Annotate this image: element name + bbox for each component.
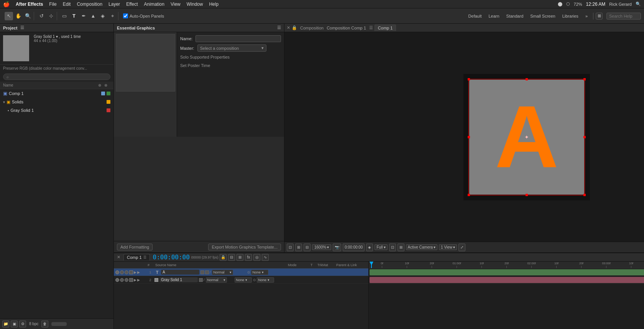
layer2-switch-btn[interactable] [199,278,203,282]
comp-transparency-btn[interactable]: ◈ [366,244,373,251]
workspace-default[interactable]: Default [465,13,485,19]
search-help-input[interactable] [606,13,641,20]
handle-tc[interactable] [526,78,528,80]
layer2-expand-btn[interactable]: ▶ [134,278,136,282]
brush-tool[interactable]: ▲ [89,12,97,20]
handle-bc[interactable] [526,194,528,196]
timeline-tab-menu[interactable]: ☰ [143,255,146,259]
comp-panel-close-icon[interactable]: ✕ [287,25,290,30]
comp-panel-lock-icon[interactable]: 🔒 [292,25,297,30]
comp-always-preview-btn[interactable]: ⊡ [287,244,294,251]
auto-open-checkbox[interactable] [123,13,128,18]
layer1-switch2-btn[interactable] [205,270,209,274]
handle-mr[interactable] [583,136,586,138]
layer1-switch-btn[interactable] [200,270,204,274]
menu-view[interactable]: View [171,2,181,7]
workspace-libraries[interactable]: Libraries [559,13,582,19]
text-tool[interactable]: T [70,12,78,20]
layer2-trkmat-select[interactable]: None ▾ [235,277,252,283]
project-delete-btn[interactable]: 🗑 [41,321,48,327]
layer1-lock-btn[interactable] [129,270,133,274]
comp-views-select[interactable]: 1 View ▾ [439,244,457,250]
eg-menu-icon[interactable]: ☰ [277,25,281,30]
eg-export-btn[interactable]: Export Motion Graphics Template... [208,244,281,250]
project-new-comp-btn[interactable]: ▣ [11,321,18,327]
puppet-pin-tool[interactable]: ⌖ [108,12,117,20]
layer2-parent-select[interactable]: None ▾ [257,277,274,283]
comp-snapshot-btn[interactable]: 📷 [333,244,341,251]
comp-pixel-aspect-btn[interactable]: ⊞ [295,244,302,251]
comp-safe-zones-btn[interactable]: ⊟ [304,244,310,251]
eg-set-poster-btn[interactable]: Set Poster Time [180,63,210,68]
menu-edit[interactable]: Edit [63,2,71,7]
comp-tab-comp1[interactable]: Comp 1 [375,25,396,31]
search-icon[interactable]: 🔍 [636,2,641,7]
layer2-eye-btn[interactable] [115,278,119,282]
comp-zoom-display[interactable]: 1600% ▾ [312,244,331,250]
project-search-bar[interactable]: ⌕ [3,74,110,80]
project-panel-menu-icon[interactable]: ☰ [20,25,24,30]
comp-viewport[interactable]: A [284,32,644,242]
layer1-solo-btn[interactable] [125,270,128,274]
zoom-tool[interactable]: 🔍 [24,12,32,20]
rect-mask-tool[interactable]: ▭ [60,12,69,20]
layer1-expand2-btn[interactable]: ▶ [137,270,140,274]
layer2-lock-btn[interactable] [129,278,133,282]
project-item-gray-solid[interactable]: ▪ Gray Solid 1 [0,106,113,115]
tl-motion-blur-btn[interactable]: ◎ [253,254,260,261]
selection-tool[interactable]: ↖ [5,12,13,20]
timeline-layer-1[interactable]: ▶ ▶ 1 T A / Normal [114,268,368,276]
menu-animation[interactable]: Animation [144,2,164,7]
layer2-name[interactable]: Gray Solid 1 [159,277,198,282]
layer1-eye-btn[interactable] [115,270,119,274]
workspace-standard[interactable]: Standard [503,13,527,19]
workspace-learn[interactable]: Learn [485,13,502,19]
timeline-close-icon[interactable]: ✕ [117,255,120,260]
layer1-expand-btn[interactable]: ▶ [134,270,136,274]
eg-add-formatting-btn[interactable]: Add Formatting [117,244,153,250]
layer1-parent-select[interactable]: None ▾ [251,270,268,275]
workspace-options-btn[interactable]: ⊞ [596,13,603,20]
project-settings-btn[interactable]: ⚙ [19,321,26,327]
layer2-solo-btn[interactable] [125,278,128,282]
project-item-solids-folder[interactable]: ▾ ▣ Solids [0,98,113,106]
timeline-timecode[interactable]: 0:00:00:00 [153,254,190,261]
menu-help[interactable]: Help [209,2,219,7]
layer2-audio-btn[interactable] [120,278,124,282]
timeline-tab-comp1[interactable]: Comp 1 ☰ [123,254,150,260]
comp-timecode-btn[interactable]: 0:00:00:00 [343,244,365,251]
handle-ml[interactable] [468,136,470,138]
menu-layer[interactable]: Layer [108,2,120,7]
tl-quality-btn[interactable]: ⊞ [237,254,243,261]
comp-view-options-btn[interactable]: ⊞ [398,244,404,251]
tl-lock-btn[interactable]: 🔒 [220,254,227,261]
tl-graph-editor-btn[interactable]: ∿ [262,254,269,261]
comp-expand-btn[interactable]: ⤢ [458,244,465,251]
layer1-mode-select[interactable]: Normal ▾ [212,270,233,275]
layer2-mode-select[interactable]: Normal ▾ [206,277,227,283]
comp-panel-menu-icon[interactable]: ☰ [369,25,373,30]
project-new-folder-btn[interactable]: 📁 [2,321,9,327]
menu-effect[interactable]: Effect [126,2,138,7]
handle-tl[interactable] [468,78,470,80]
puppet-tool[interactable]: ⊹ [47,12,55,20]
eg-master-select[interactable]: Select a composition ▾ [197,44,266,52]
eg-solo-properties-btn[interactable]: Solo Supported Properties [180,55,230,59]
menu-file[interactable]: File [49,2,56,7]
pen-tool[interactable]: ✒ [79,12,88,20]
tl-effects-btn[interactable]: fx [245,254,252,261]
layer1-name[interactable]: A [161,270,199,275]
layer2-expand2-btn[interactable]: ▶ [137,278,140,282]
hand-tool[interactable]: ✋ [14,12,23,20]
menu-window[interactable]: Window [187,2,203,7]
handle-tr[interactable] [583,78,586,80]
handle-br[interactable] [583,194,586,196]
menu-composition[interactable]: Composition [77,2,102,7]
timeline-layer-2[interactable]: ▶ ▶ 2 Gray Solid 1 / Normal ▾ [114,276,368,284]
stamp-tool[interactable]: ◈ [99,12,107,20]
workspace-more[interactable]: » [582,13,591,19]
workspace-small-screen[interactable]: Small Screen [527,13,558,19]
layer1-audio-btn[interactable] [120,270,124,274]
comp-render-btn[interactable]: ⊡ [389,244,396,251]
comp-quality-select[interactable]: Full ▾ [375,244,387,250]
